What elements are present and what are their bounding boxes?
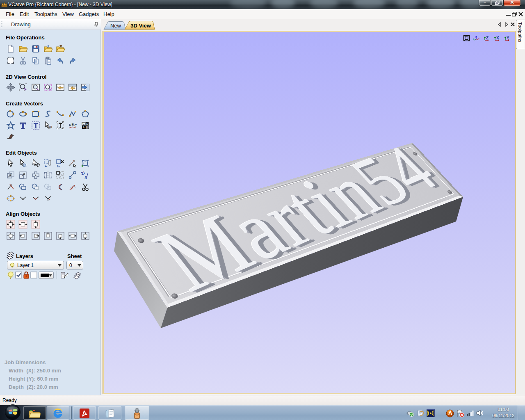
svg-text:Z: Z bbox=[486, 36, 488, 40]
svg-text:B: B bbox=[72, 123, 74, 126]
svg-text:A: A bbox=[83, 126, 85, 129]
svg-text:z: z bbox=[475, 36, 477, 38]
svg-text:C: C bbox=[83, 122, 85, 125]
svg-text:A: A bbox=[68, 123, 72, 127]
svg-text:X: X bbox=[496, 36, 499, 40]
svg-text:AB: AB bbox=[48, 126, 52, 128]
svg-text:Y: Y bbox=[507, 36, 509, 40]
svg-text:x: x bbox=[478, 37, 479, 40]
svg-text:New: New bbox=[110, 23, 121, 29]
svg-text:C: C bbox=[74, 123, 77, 128]
svg-text:B: B bbox=[86, 126, 88, 129]
svg-text:Zi: Zi bbox=[81, 171, 85, 176]
svg-text:D: D bbox=[86, 122, 88, 125]
svg-text:3D View: 3D View bbox=[130, 23, 151, 29]
svg-text:y: y bbox=[473, 37, 474, 40]
